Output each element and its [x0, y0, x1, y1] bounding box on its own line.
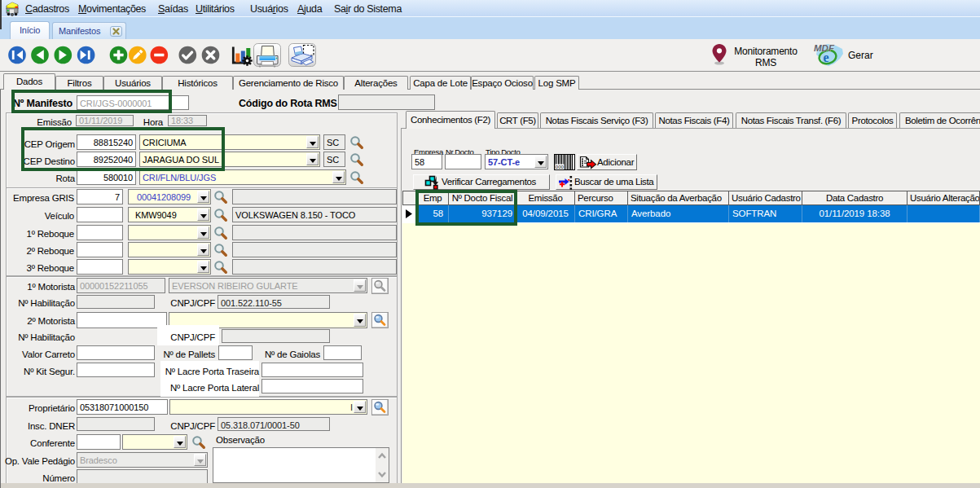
svg-text:000: 000 — [556, 165, 565, 169]
svg-text:MDF: MDF — [814, 43, 835, 53]
